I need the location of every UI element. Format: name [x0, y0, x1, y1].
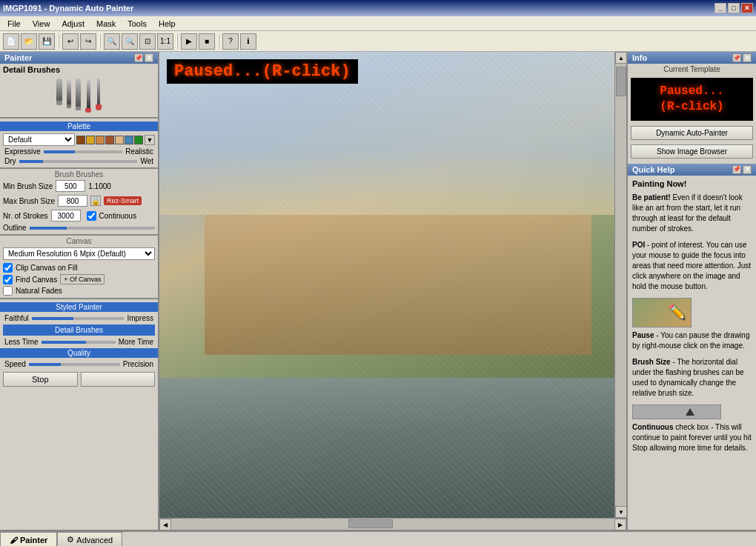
tab-painter-label: Painter: [20, 536, 47, 545]
scroll-up-btn[interactable]: ▲: [615, 52, 626, 64]
natural-fades-checkbox[interactable]: [3, 286, 13, 296]
max-brush-input[interactable]: [58, 195, 87, 207]
tab-advanced[interactable]: ⚙ Advanced: [57, 532, 122, 546]
swatch-green[interactable]: [134, 136, 143, 144]
strokes-input[interactable]: [51, 210, 81, 222]
brush-icons-row: [0, 76, 158, 116]
find-canvas-checkbox[interactable]: [3, 275, 13, 284]
toolbar-stop[interactable]: ■: [199, 33, 215, 50]
toolbar-save[interactable]: 💾: [39, 33, 55, 50]
dry-wet-row: Dry Wet: [0, 156, 158, 166]
paused-display-line2: (R-click): [634, 99, 750, 115]
toolbar-play[interactable]: ▶: [181, 33, 197, 50]
scroll-thumb-h[interactable]: [348, 519, 393, 528]
painting-canvas[interactable]: Paused...(R-click) ▲ ▼: [159, 52, 626, 518]
quick-help-heading: Painting Now!: [632, 179, 752, 190]
clip-canvas-checkbox[interactable]: [3, 263, 13, 273]
less-time-label: Less Time: [4, 338, 39, 346]
find-canvas-row: Find Canvas + Of Canvas: [0, 273, 158, 285]
quick-help-title: Quick Help: [632, 165, 674, 174]
help-section-5: Continuous check box - This will continu…: [632, 422, 752, 453]
of-canvas-btn[interactable]: + Of Canvas: [60, 274, 105, 284]
window-title: IMGP1091 - Dynamic Auto Painter: [3, 4, 133, 13]
scroll-thumb-v[interactable]: [616, 67, 626, 96]
continuous-check-row: Continuous: [84, 210, 140, 222]
max-brush-lock[interactable]: 🔒: [90, 196, 101, 206]
scroll-track-v[interactable]: [615, 64, 626, 506]
expressive-slider-track[interactable]: [44, 150, 122, 153]
help-s4-title: Brush Size: [632, 358, 671, 366]
maximize-button[interactable]: □: [728, 3, 740, 13]
scroll-left-btn[interactable]: ◀: [159, 519, 171, 530]
image-browser-button[interactable]: Show Image Browser: [631, 144, 753, 159]
divider-2: [0, 167, 158, 169]
quick-help-close[interactable]: ✕: [743, 165, 752, 174]
brush-icon-4[interactable]: [85, 79, 91, 113]
toolbar-redo[interactable]: ↪: [80, 33, 96, 50]
brush-icon-1[interactable]: [56, 79, 62, 113]
toolbar-open[interactable]: 📂: [21, 33, 37, 50]
swatch-gold[interactable]: [86, 136, 95, 144]
canvas-scrollbar-v[interactable]: ▲ ▼: [614, 52, 626, 518]
toolbar-zoom-in[interactable]: 🔍: [104, 33, 120, 50]
info-close-btn[interactable]: ✕: [743, 53, 752, 62]
oil-painting-bg: Paused...(R-click): [159, 52, 614, 518]
scroll-right-btn[interactable]: ▶: [614, 519, 626, 530]
speed-slider[interactable]: [29, 363, 120, 366]
menu-adjust[interactable]: Adjust: [56, 18, 90, 30]
swatch-blue[interactable]: [125, 136, 133, 144]
tab-painter[interactable]: 🖌 Painter: [0, 532, 57, 546]
brush-icon-2[interactable]: [67, 79, 71, 113]
brush-icon-3[interactable]: [76, 79, 81, 113]
palette-select[interactable]: Default: [3, 133, 75, 146]
title-bar-buttons: _ □ ✕: [714, 3, 753, 13]
panel-pin-btn[interactable]: 📌: [134, 53, 143, 62]
detail-brushes-btn[interactable]: Detail Brushes: [3, 324, 155, 336]
palette-dropdown-row: Default ▼: [0, 133, 158, 147]
minimize-button[interactable]: _: [714, 3, 726, 13]
time-slider[interactable]: [42, 341, 116, 344]
dap-button[interactable]: Dynamic Auto-Painter: [631, 126, 753, 140]
canvas-resolution-select[interactable]: Medium Resolution 6 Mpix (Default): [3, 247, 155, 260]
panel-close-btn[interactable]: ✕: [145, 53, 153, 62]
toolbar-undo[interactable]: ↩: [62, 33, 79, 50]
toolbar-actual[interactable]: 1:1: [157, 33, 173, 50]
quick-help-pin[interactable]: 📌: [732, 165, 741, 174]
menu-tools[interactable]: Tools: [122, 18, 153, 30]
toolbar-fit[interactable]: ⊡: [139, 33, 156, 50]
menu-mask[interactable]: Mask: [90, 18, 122, 30]
scroll-down-btn[interactable]: ▼: [615, 506, 626, 518]
time-slider-row: Less Time More Time: [0, 337, 158, 347]
outline-slider[interactable]: [30, 227, 155, 230]
min-brush-input[interactable]: 500: [56, 180, 85, 192]
help-section-3: Pause - You can pause the drawing by rig…: [632, 330, 752, 351]
swatch-sienna[interactable]: [105, 136, 114, 144]
canvas-scrollbar-h[interactable]: ◀ ▶: [159, 518, 626, 530]
info-pin-btn[interactable]: 📌: [732, 53, 741, 62]
menu-help[interactable]: Help: [153, 18, 182, 30]
palette-expand-btn[interactable]: ▼: [145, 135, 155, 145]
continue-button[interactable]: [81, 372, 156, 387]
toolbar-new[interactable]: 📄: [3, 33, 19, 50]
menu-view[interactable]: View: [27, 18, 56, 30]
toolbar-info[interactable]: ℹ: [240, 33, 256, 50]
help-cursor-icon: ✏️: [669, 303, 685, 322]
toolbar-help[interactable]: ?: [222, 33, 239, 50]
stop-button[interactable]: Stop: [3, 372, 78, 387]
menu-file[interactable]: File: [1, 18, 27, 30]
close-button[interactable]: ✕: [741, 3, 753, 13]
main-layout: Painter 📌 ✕ Detail Brushes: [0, 52, 756, 530]
dry-wet-slider-track[interactable]: [19, 160, 138, 163]
toolbar-sep3: [176, 34, 178, 49]
swatch-burlywood[interactable]: [115, 136, 124, 144]
swatch-brown[interactable]: [76, 136, 85, 144]
swatch-tan[interactable]: [96, 136, 105, 144]
continuous-checkbox[interactable]: [87, 211, 96, 221]
quick-help-content: Painting Now! Be patient! Even if it doe…: [628, 176, 756, 462]
menu-bar: File View Adjust Mask Tools Help: [0, 16, 756, 31]
toolbar-zoom-out[interactable]: 🔍: [122, 33, 138, 50]
faithful-slider[interactable]: [32, 317, 125, 320]
speed-label: Speed: [4, 360, 26, 368]
scroll-track-h[interactable]: [171, 519, 614, 530]
brush-icon-5[interactable]: [96, 79, 102, 113]
